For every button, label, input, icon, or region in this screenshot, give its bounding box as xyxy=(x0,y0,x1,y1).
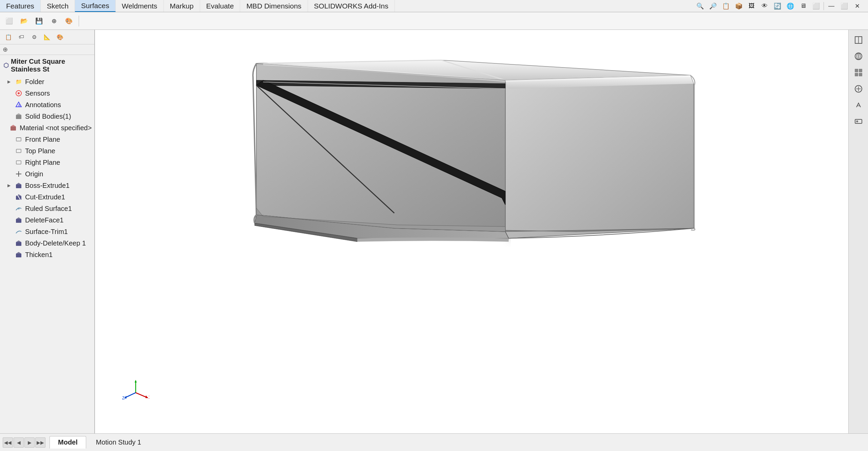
top-plane-label: Top Plane xyxy=(25,147,55,155)
tree-item-front-plane[interactable]: Front Plane xyxy=(0,134,94,145)
svg-rect-4 xyxy=(16,115,21,119)
property-manager-icon[interactable]: 🏷 xyxy=(16,32,26,42)
bottom-bar: ◀◀ ◀ ▶ ▶▶ Model Motion Study 1 xyxy=(0,433,868,451)
right-panel-btn-5[interactable] xyxy=(851,98,866,113)
cut-extrude-label: Cut-Extrude1 xyxy=(25,193,65,201)
save-btn[interactable]: 💾 xyxy=(33,15,45,27)
svg-rect-56 xyxy=(859,73,862,76)
svg-rect-22 xyxy=(16,242,21,246)
menu-evaluate[interactable]: Evaluate xyxy=(200,0,240,12)
right-panel-btn-3[interactable] xyxy=(851,65,866,80)
nav-next[interactable]: ▶ xyxy=(24,437,35,448)
tree-item-annotations[interactable]: A Annotations xyxy=(0,99,94,111)
right-panel xyxy=(848,30,868,433)
viewport[interactable]: Y X Z xyxy=(95,30,848,433)
view-icon[interactable]: 🖼 xyxy=(746,1,757,12)
filter-bar: ⊕ xyxy=(0,44,94,55)
right-panel-btn-2[interactable] xyxy=(851,49,866,64)
boss-extrude-label: Boss-Extrude1 xyxy=(25,182,70,190)
svg-marker-23 xyxy=(16,240,21,242)
eye-icon[interactable]: 👁 xyxy=(759,1,770,12)
svg-rect-14 xyxy=(16,184,21,188)
svg-rect-8 xyxy=(16,138,21,141)
menu-markup[interactable]: Markup xyxy=(164,0,200,12)
3d-model-svg xyxy=(95,30,848,433)
rotate-icon[interactable]: 🔄 xyxy=(772,1,783,12)
nav-first[interactable]: ◀◀ xyxy=(3,437,13,448)
surface-trim-label: Surface-Trim1 xyxy=(25,228,68,236)
minimize-icon[interactable]: — xyxy=(826,1,837,12)
model-area[interactable]: Y X Z xyxy=(95,30,848,433)
menu-sketch[interactable]: Sketch xyxy=(41,0,75,12)
solid-bodies-label: Solid Bodies(1) xyxy=(25,113,71,120)
tree-item-body-delete[interactable]: Body-Delete/Keep 1 xyxy=(0,237,94,249)
tab-model[interactable]: Model xyxy=(50,436,86,449)
monitor-icon[interactable]: 🖥 xyxy=(798,1,809,12)
cube-icon[interactable]: 📦 xyxy=(733,1,744,12)
nav-prev[interactable]: ◀ xyxy=(14,437,24,448)
appearances-icon[interactable]: 🎨 xyxy=(55,32,65,42)
rect-icon[interactable]: ⬜ xyxy=(811,1,822,12)
svg-text:Y: Y xyxy=(134,379,137,380)
tree-item-origin[interactable]: Origin xyxy=(0,168,94,180)
coordinate-axes: Y X Z xyxy=(122,379,149,406)
svg-marker-21 xyxy=(16,217,21,219)
color-btn[interactable]: 🎨 xyxy=(62,15,75,27)
menu-addins[interactable]: SOLIDWORKS Add-Ins xyxy=(308,0,395,12)
menu-surfaces[interactable]: Surfaces xyxy=(75,0,116,12)
svg-line-43 xyxy=(125,393,136,398)
menu-mbd[interactable]: MBD Dimensions xyxy=(240,0,308,12)
body-delete-icon xyxy=(14,239,23,248)
menu-features[interactable]: Features xyxy=(0,0,41,12)
front-plane-label: Front Plane xyxy=(25,136,60,143)
tree-item-ruled-surface1[interactable]: Ruled Surface1 xyxy=(0,203,94,214)
config-manager-icon[interactable]: ⚙ xyxy=(29,32,39,42)
globe-icon[interactable]: 🌐 xyxy=(785,1,796,12)
new-btn[interactable]: ⬜ xyxy=(3,15,16,27)
tree-item-sensors[interactable]: Sensors xyxy=(0,87,94,99)
nav-last[interactable]: ▶▶ xyxy=(35,437,45,448)
front-plane-icon xyxy=(14,135,23,144)
material-icon xyxy=(9,123,18,132)
tree-item-top-plane[interactable]: Top Plane xyxy=(0,145,94,157)
tree-item-cut-extrude1[interactable]: Cut-Extrude1 xyxy=(0,191,94,203)
top-plane-icon xyxy=(14,146,23,155)
search2-icon[interactable]: 🔎 xyxy=(708,1,718,12)
origin-label: Origin xyxy=(25,170,43,178)
close-icon[interactable]: ✕ xyxy=(852,1,863,12)
tree-item-delete-face1[interactable]: DeleteFace1 xyxy=(0,214,94,226)
svg-marker-5 xyxy=(16,113,21,115)
tree-item-right-plane[interactable]: Right Plane xyxy=(0,157,94,168)
sensors-icon xyxy=(14,89,23,98)
tab-motion-study[interactable]: Motion Study 1 xyxy=(88,436,150,449)
sidebar-header-icons: 📋 🏷 ⚙ 📐 🎨 xyxy=(0,30,94,44)
filter-icon: ⊕ xyxy=(3,46,8,53)
copy-icon[interactable]: 📋 xyxy=(720,1,731,12)
tree-item-thicken1[interactable]: Thicken1 xyxy=(0,249,94,260)
tree-item-folder[interactable]: ▶ 📁 Folder xyxy=(0,76,94,87)
feature-tree-panel: 📋 🏷 ⚙ 📐 🎨 ⊕ ⬡ Miter Cut Square Stainless… xyxy=(0,30,95,433)
menu-weldments[interactable]: Weldments xyxy=(116,0,164,12)
svg-point-62 xyxy=(856,120,858,122)
feature-manager-icon[interactable]: 📋 xyxy=(3,32,14,42)
tree-item-surface-trim1[interactable]: Surface-Trim1 xyxy=(0,226,94,237)
ruled-surface-icon xyxy=(14,204,23,213)
tree-item-material[interactable]: Material <not specified> xyxy=(0,122,94,134)
doc-title-label: Miter Cut Square Stainless St xyxy=(11,58,91,73)
expand-arrow-folder: ▶ xyxy=(7,79,13,84)
document-title[interactable]: ⬡ Miter Cut Square Stainless St xyxy=(0,55,94,76)
body-delete-label: Body-Delete/Keep 1 xyxy=(25,239,86,247)
solid-bodies-icon xyxy=(14,112,23,121)
open-btn[interactable]: 📂 xyxy=(18,15,31,27)
restore-icon[interactable]: ⬜ xyxy=(839,1,850,12)
tree-item-solid-bodies[interactable]: Solid Bodies(1) xyxy=(0,111,94,122)
dim-expert-icon[interactable]: 📐 xyxy=(42,32,52,42)
tree-item-boss-extrude1[interactable]: ▶ Boss-Extrude1 xyxy=(0,180,94,191)
right-panel-btn-1[interactable] xyxy=(851,33,866,47)
search-icon[interactable]: 🔍 xyxy=(695,1,706,12)
svg-rect-10 xyxy=(16,149,21,153)
right-plane-icon xyxy=(14,158,23,167)
right-panel-btn-6[interactable] xyxy=(851,114,866,129)
right-panel-btn-4[interactable] xyxy=(851,81,866,96)
target-btn[interactable]: ⊕ xyxy=(47,15,60,27)
